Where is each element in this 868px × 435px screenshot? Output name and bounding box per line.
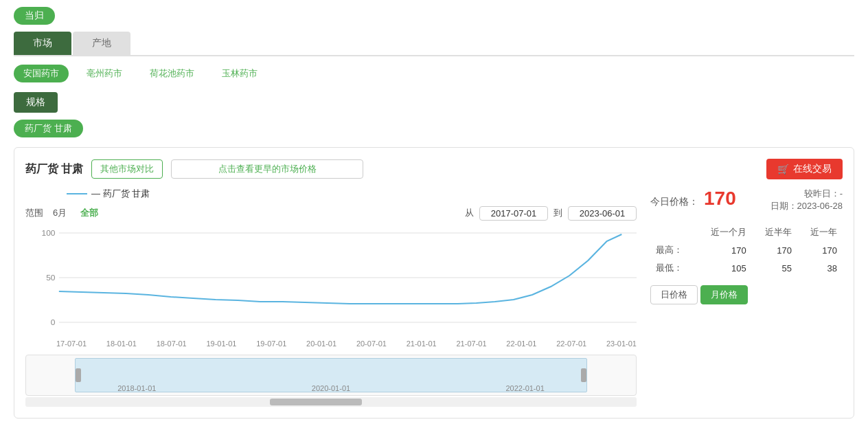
- table-header-month: 近一个月: [696, 223, 752, 241]
- max-month: 170: [696, 241, 752, 259]
- tab-market[interactable]: 市场: [14, 32, 71, 55]
- price-panel: 今日价格： 170 较昨日：- 日期：2023-06-28 近一个月 近半年: [650, 188, 843, 407]
- price-today-label: 今日价格：: [650, 196, 698, 208]
- x-label-10: 22-07-01: [556, 339, 586, 348]
- day-price-btn[interactable]: 日价格: [650, 285, 698, 304]
- min-label: 最低：: [650, 259, 696, 277]
- x-label-2: 18-07-01: [157, 339, 187, 348]
- chart-header: 药厂货 甘肃 其他市场对比 点击查看更早的市场价格 🛒 在线交易: [25, 159, 843, 179]
- legend-label: — 药厂货 甘肃: [91, 188, 150, 200]
- chart-left: — 药厂货 甘肃 范围 6月 全部 从 到: [25, 188, 637, 407]
- scroll-handle-left[interactable]: [76, 368, 81, 382]
- line-chart: 100 50 0: [25, 226, 637, 338]
- max-half-year: 170: [752, 241, 797, 259]
- svg-text:50: 50: [46, 274, 55, 281]
- cart-icon: 🛒: [777, 164, 789, 175]
- x-label-7: 21-01-01: [407, 339, 437, 348]
- hscroll-thumb[interactable]: [270, 399, 362, 405]
- trade-button[interactable]: 🛒 在线交易: [766, 159, 843, 179]
- range-all[interactable]: 全部: [76, 205, 102, 221]
- spec-pill[interactable]: 药厂货 甘肃: [14, 120, 83, 137]
- svg-text:0: 0: [51, 318, 56, 326]
- chart-title: 药厂货 甘肃: [25, 162, 83, 177]
- month-price-btn[interactable]: 月价格: [700, 285, 748, 304]
- hscroll-bar[interactable]: [25, 397, 637, 407]
- table-header-empty: [650, 223, 696, 241]
- compare-button[interactable]: 其他市场对比: [91, 159, 163, 179]
- range-label: 范围: [25, 207, 43, 219]
- chart-legend: — 药厂货 甘肃: [25, 188, 637, 200]
- x-label-5: 20-01-01: [306, 339, 336, 348]
- x-label-6: 20-07-01: [356, 339, 387, 348]
- tab-row: 市场 产地: [14, 32, 854, 56]
- range-6month[interactable]: 6月: [49, 205, 71, 221]
- market-bozhou[interactable]: 亳州药市: [77, 65, 132, 82]
- scroll-label-2: 2022-01-01: [506, 384, 545, 392]
- legend-line: [67, 193, 87, 194]
- table-row-max: 最高： 170 170 170: [650, 241, 843, 259]
- tab-origin[interactable]: 产地: [73, 32, 130, 55]
- price-today-value: 170: [704, 188, 736, 210]
- herb-tag[interactable]: 当归: [14, 7, 55, 25]
- max-label: 最高：: [650, 241, 696, 259]
- chart-container: 药厂货 甘肃 其他市场对比 点击查看更早的市场价格 🛒 在线交易 — 药厂货 甘…: [14, 147, 854, 419]
- price-date: 日期：2023-06-28: [770, 200, 843, 212]
- x-label-4: 19-07-01: [256, 339, 286, 348]
- x-label-0: 17-07-01: [56, 339, 87, 348]
- x-label-1: 18-01-01: [106, 339, 137, 348]
- to-label: 到: [553, 207, 562, 219]
- table-header-half-year: 近半年: [752, 223, 797, 241]
- min-year: 38: [797, 259, 843, 277]
- market-anguo[interactable]: 安国药市: [14, 65, 69, 82]
- scroll-labels: 2018-01-01 2020-01-01 2022-01-01: [26, 384, 636, 392]
- scroll-handle-right[interactable]: [581, 368, 586, 382]
- market-filter-row: 安国药市 亳州药市 荷花池药市 玉林药市: [14, 65, 854, 82]
- scroll-label-0: 2018-01-01: [117, 384, 156, 392]
- spec-section-label: 规格: [14, 92, 58, 113]
- market-hehua[interactable]: 荷花池药市: [140, 65, 204, 82]
- table-row-min: 最低： 105 55 38: [650, 259, 843, 277]
- scroll-area[interactable]: 2018-01-01 2020-01-01 2022-01-01: [25, 355, 637, 396]
- x-label-3: 19-01-01: [206, 339, 236, 348]
- market-yulin[interactable]: 玉林药市: [212, 65, 267, 82]
- min-half-year: 55: [752, 259, 797, 277]
- x-label-9: 22-01-01: [506, 339, 536, 348]
- view-more-button[interactable]: 点击查看更早的市场价格: [171, 159, 363, 179]
- from-label: 从: [465, 207, 474, 219]
- range-row: 范围 6月 全部 从 到: [25, 205, 637, 221]
- price-type-row: 日价格 月价格: [650, 285, 843, 304]
- chart-area: — 药厂货 甘肃 范围 6月 全部 从 到: [25, 188, 843, 407]
- min-month: 105: [696, 259, 752, 277]
- max-year: 170: [797, 241, 843, 259]
- price-compare: 较昨日：-: [770, 188, 843, 200]
- trade-label: 在线交易: [793, 163, 832, 175]
- date-to-input[interactable]: [568, 206, 637, 221]
- date-from-input[interactable]: [479, 206, 548, 221]
- x-axis-labels: 17-07-01 18-01-01 18-07-01 19-01-01 19-0…: [25, 339, 637, 348]
- price-today-row: 今日价格： 170: [650, 188, 736, 210]
- x-label-8: 21-07-01: [457, 339, 487, 348]
- x-label-11: 23-01-01: [606, 339, 637, 348]
- table-header-year: 近一年: [797, 223, 843, 241]
- scroll-label-1: 2020-01-01: [312, 384, 350, 392]
- price-table: 近一个月 近半年 近一年 最高： 170 170 170: [650, 223, 843, 277]
- svg-text:100: 100: [42, 229, 56, 236]
